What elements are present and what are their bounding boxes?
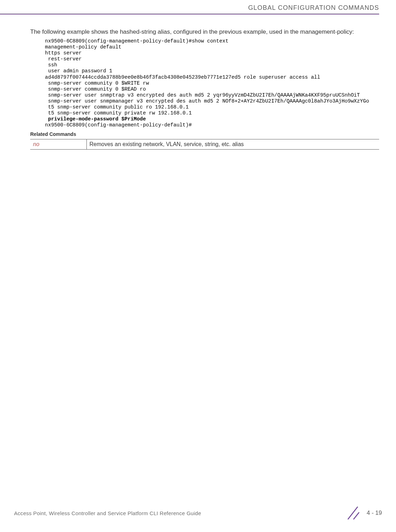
page-header: GLOBAL CONFIGURATION COMMANDS — [0, 0, 396, 14]
command-cell: no — [30, 139, 86, 149]
related-commands-table: no Removes an existing network, VLAN, se… — [30, 139, 379, 150]
page-number: 4 - 19 — [367, 510, 382, 517]
page-content: The following example shows the hashed-s… — [30, 28, 379, 150]
code-line: ad4d8797f007444ccdda3788b9ee0e8b46f3facb… — [45, 74, 320, 80]
code-line: rest-server — [45, 56, 82, 62]
description-cell: Removes an existing network, VLAN, servi… — [86, 139, 379, 149]
code-block: nx9500-6C8809(config-management-policy-d… — [30, 38, 379, 129]
code-line: https server — [45, 50, 82, 56]
code-line: snmp-server community 0 $READ ro — [45, 86, 146, 92]
table-row: no Removes an existing network, VLAN, se… — [30, 139, 379, 149]
footer-text: Access Point, Wireless Controller and Se… — [14, 510, 201, 516]
svg-line-1 — [353, 512, 359, 519]
page-footer: Access Point, Wireless Controller and Se… — [14, 505, 382, 521]
header-title: GLOBAL CONFIGURATION COMMANDS — [0, 4, 379, 12]
svg-line-0 — [348, 507, 358, 519]
code-line: ssh — [45, 62, 57, 68]
code-line: nx9500-6C8809(config-management-policy-d… — [45, 38, 228, 44]
code-line: t5 snmp-server community public ro 192.1… — [45, 104, 189, 110]
code-line: user admin password 1 — [45, 68, 115, 74]
code-line-bold: privilege-mode-password $PriMode — [45, 116, 146, 122]
code-line: management-policy default — [45, 44, 122, 50]
code-line: snmp-server community 0 $WRITE rw — [45, 80, 149, 86]
code-line: snmp-server user snmpmanager v3 encrypte… — [45, 98, 369, 104]
footer-right: 4 - 19 — [344, 505, 382, 521]
code-line: snmp-server user snmptrap v3 encrypted d… — [45, 92, 360, 98]
header-rule — [0, 14, 379, 14]
logo-icon — [344, 505, 361, 521]
code-line: t5 snmp-server community private rw 192.… — [45, 110, 192, 116]
intro-paragraph: The following example shows the hashed-s… — [30, 28, 379, 36]
related-commands-heading: Related Commands — [30, 131, 379, 137]
code-line: nx9500-6C8809(config-management-policy-d… — [45, 122, 192, 128]
